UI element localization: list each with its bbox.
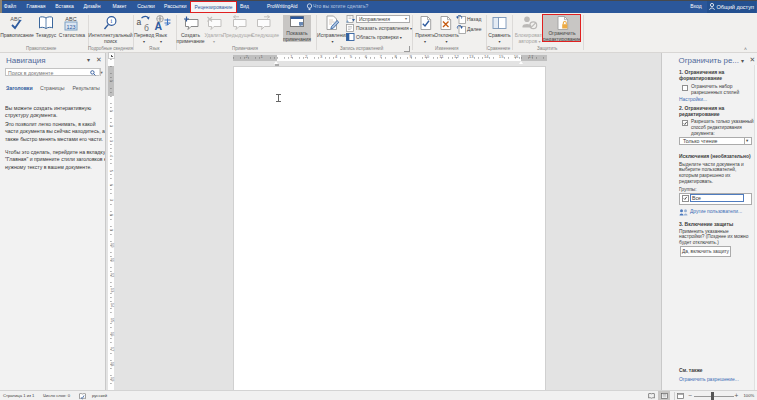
- svg-text:А: А: [155, 20, 163, 31]
- svg-text:а: а: [137, 17, 142, 27]
- svg-text:ABC: ABC: [65, 16, 76, 22]
- svg-text:i: i: [111, 17, 113, 24]
- svg-text:б: б: [144, 23, 149, 32]
- svg-text:123: 123: [66, 24, 75, 30]
